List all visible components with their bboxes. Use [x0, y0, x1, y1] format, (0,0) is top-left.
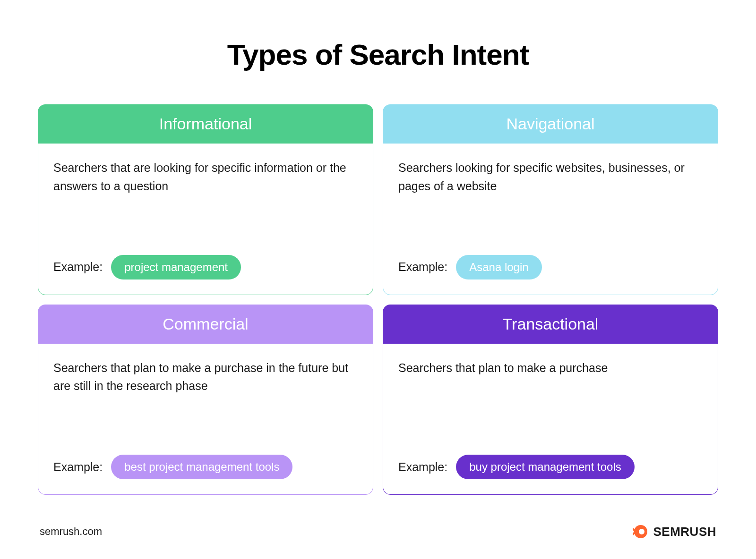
example-row: Example: best project management tools [53, 455, 358, 479]
card-navigational: Navigational Searchers looking for speci… [383, 104, 718, 295]
example-row: Example: Asana login [398, 255, 703, 280]
card-header-transactional: Transactional [383, 305, 718, 344]
card-description: Searchers that plan to make a purchase i… [53, 359, 358, 444]
svg-point-1 [639, 529, 644, 534]
example-pill: Asana login [456, 255, 541, 280]
example-row: Example: project management [53, 255, 358, 280]
footer: semrush.com SEMRUSH [38, 523, 718, 540]
card-header-informational: Informational [38, 104, 373, 144]
example-label: Example: [53, 460, 103, 474]
card-description: Searchers that are looking for specific … [53, 159, 358, 244]
card-commercial: Commercial Searchers that plan to make a… [38, 305, 373, 495]
card-description: Searchers looking for specific websites,… [398, 159, 703, 244]
card-body-navigational: Searchers looking for specific websites,… [383, 144, 718, 295]
card-informational: Informational Searchers that are looking… [38, 104, 373, 295]
card-header-navigational: Navigational [383, 104, 718, 144]
footer-url: semrush.com [40, 525, 102, 538]
card-transactional: Transactional Searchers that plan to mak… [383, 305, 718, 495]
card-description: Searchers that plan to make a purchase [398, 359, 703, 444]
example-label: Example: [398, 260, 447, 274]
page-title: Types of Search Intent [38, 38, 718, 71]
example-pill: best project management tools [111, 455, 292, 479]
example-pill: buy project management tools [456, 455, 635, 479]
card-body-transactional: Searchers that plan to make a purchase E… [383, 344, 718, 495]
flame-icon [631, 523, 648, 540]
example-row: Example: buy project management tools [398, 455, 703, 479]
card-body-informational: Searchers that are looking for specific … [38, 144, 373, 295]
example-label: Example: [398, 460, 447, 474]
card-header-commercial: Commercial [38, 305, 373, 344]
card-body-commercial: Searchers that plan to make a purchase i… [38, 344, 373, 495]
example-label: Example: [53, 260, 103, 274]
brand-logo: SEMRUSH [631, 523, 716, 540]
brand-name: SEMRUSH [653, 525, 716, 539]
cards-grid: Informational Searchers that are looking… [38, 104, 718, 495]
example-pill: project management [111, 255, 241, 280]
